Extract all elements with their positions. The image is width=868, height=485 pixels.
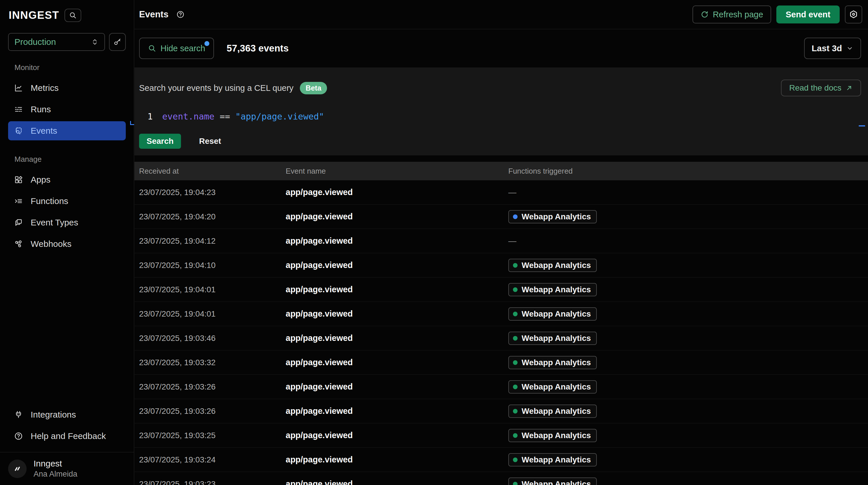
- function-status-dot: [513, 409, 518, 413]
- sidebar-item-event-types[interactable]: Event Types: [8, 213, 126, 232]
- function-badge[interactable]: Webapp Analytics: [508, 478, 597, 485]
- function-badge[interactable]: Webapp Analytics: [508, 332, 597, 345]
- events-table: Received at Event name Functions trigger…: [134, 162, 868, 485]
- table-row[interactable]: 23/07/2025, 19:03:32 app/page.viewed Web…: [134, 350, 868, 375]
- cell-event-name: app/page.viewed: [286, 406, 508, 416]
- cell-functions: —: [508, 236, 868, 246]
- function-badge[interactable]: Webapp Analytics: [508, 283, 597, 296]
- function-badge[interactable]: Webapp Analytics: [508, 259, 597, 272]
- external-link-icon: [845, 84, 853, 92]
- page-title: Events: [139, 9, 168, 20]
- sidebar-item-runs[interactable]: Runs: [8, 100, 126, 119]
- table-row[interactable]: 23/07/2025, 19:03:24 app/page.viewed Web…: [134, 448, 868, 472]
- function-badge[interactable]: Webapp Analytics: [508, 429, 597, 442]
- sidebar-nav-monitor: Metrics Runs Events: [0, 76, 134, 143]
- function-status-dot: [513, 457, 518, 462]
- table-row[interactable]: 23/07/2025, 19:04:10 app/page.viewed Web…: [134, 253, 868, 278]
- code-token-string: "app/page.viewed": [235, 111, 324, 121]
- table-row[interactable]: 23/07/2025, 19:03:25 app/page.viewed Web…: [134, 423, 868, 448]
- send-event-button[interactable]: Send event: [776, 5, 840, 23]
- hide-search-button[interactable]: Hide search: [139, 38, 214, 59]
- cell-received-at: 23/07/2025, 19:03:23: [139, 480, 286, 485]
- chevron-down-icon: [846, 45, 854, 52]
- runs-list-icon: [14, 105, 23, 114]
- sidebar-item-apps[interactable]: Apps: [8, 170, 126, 189]
- sidebar-item-help[interactable]: Help and Feedback: [8, 427, 126, 446]
- sidebar-item-metrics[interactable]: Metrics: [8, 79, 126, 97]
- profile-user-name: Ana Almeida: [34, 470, 78, 479]
- function-status-dot: [513, 482, 518, 485]
- table-row[interactable]: 23/07/2025, 19:04:01 app/page.viewed Web…: [134, 278, 868, 302]
- cell-received-at: 23/07/2025, 19:04:20: [139, 212, 286, 221]
- cell-event-name: app/page.viewed: [286, 382, 508, 392]
- event-keys-button[interactable]: [109, 33, 126, 51]
- avatar: [8, 459, 27, 478]
- sidebar-item-label: Event Types: [31, 218, 79, 227]
- refresh-page-button[interactable]: Refresh page: [692, 5, 771, 23]
- function-badge-label: Webapp Analytics: [522, 285, 591, 294]
- table-row[interactable]: 23/07/2025, 19:03:26 app/page.viewed Web…: [134, 375, 868, 399]
- sidebar-item-events[interactable]: Events: [8, 121, 126, 140]
- cell-received-at: 23/07/2025, 19:03:32: [139, 358, 286, 367]
- table-row[interactable]: 23/07/2025, 19:03:23 app/page.viewed Web…: [134, 472, 868, 485]
- function-badge[interactable]: Webapp Analytics: [508, 307, 597, 321]
- function-status-dot: [513, 433, 518, 438]
- cell-functions: Webapp Analytics: [508, 429, 868, 442]
- function-badge-label: Webapp Analytics: [522, 455, 591, 464]
- sidebar-item-functions[interactable]: Functions: [8, 192, 126, 211]
- function-badge[interactable]: Webapp Analytics: [508, 380, 597, 394]
- table-row[interactable]: 23/07/2025, 19:04:20 app/page.viewed Web…: [134, 205, 868, 229]
- webhook-nodes-icon: [14, 239, 23, 249]
- function-badge[interactable]: Webapp Analytics: [508, 356, 597, 369]
- sidebar-item-label: Integrations: [31, 410, 76, 420]
- read-docs-label: Read the docs: [789, 83, 841, 93]
- cell-received-at: 23/07/2025, 19:03:46: [139, 334, 286, 343]
- table-row[interactable]: 23/07/2025, 19:03:26 app/page.viewed Web…: [134, 399, 868, 423]
- function-badge-label: Webapp Analytics: [522, 309, 591, 319]
- table-row[interactable]: 23/07/2025, 19:04:01 app/page.viewed Web…: [134, 302, 868, 326]
- column-header-functions-triggered: Functions triggered: [508, 167, 868, 176]
- function-status-dot: [513, 336, 518, 341]
- function-badge[interactable]: Webapp Analytics: [508, 453, 597, 466]
- profile-org-name: Inngest: [34, 459, 78, 468]
- search-icon: [148, 44, 156, 53]
- sidebar-nav-manage: Apps Functions Event Types Webhooks: [0, 168, 134, 256]
- function-status-dot: [513, 215, 518, 219]
- function-badge[interactable]: Webapp Analytics: [508, 210, 597, 223]
- code-token-operator: ==: [215, 111, 235, 121]
- cel-query-editor[interactable]: 1 event.name == "app/page.viewed": [139, 111, 861, 121]
- reset-button[interactable]: Reset: [199, 137, 221, 146]
- environment-select[interactable]: Production: [8, 33, 105, 51]
- table-row[interactable]: 23/07/2025, 19:04:23 app/page.viewed —: [134, 180, 868, 205]
- editor-focus-corner: [130, 121, 134, 125]
- time-range-value: Last 3d: [812, 44, 842, 53]
- function-badge[interactable]: Webapp Analytics: [508, 404, 597, 418]
- function-badge-label: Webapp Analytics: [522, 334, 591, 343]
- beta-badge: Beta: [300, 82, 327, 94]
- table-row[interactable]: 23/07/2025, 19:03:46 app/page.viewed Web…: [134, 326, 868, 350]
- time-range-select[interactable]: Last 3d: [804, 38, 861, 59]
- table-row[interactable]: 23/07/2025, 19:04:12 app/page.viewed —: [134, 229, 868, 253]
- cell-functions: Webapp Analytics: [508, 356, 868, 369]
- sidebar-item-label: Help and Feedback: [31, 431, 106, 441]
- cell-received-at: 23/07/2025, 19:04:23: [139, 188, 286, 197]
- function-list-icon: [14, 197, 23, 206]
- column-header-received-at: Received at: [139, 167, 286, 176]
- global-search-button[interactable]: [64, 9, 81, 22]
- cell-received-at: 23/07/2025, 19:04:01: [139, 285, 286, 294]
- settings-button[interactable]: [845, 5, 862, 23]
- gear-icon: [849, 10, 858, 19]
- cell-event-name: app/page.viewed: [286, 479, 508, 485]
- cell-received-at: 23/07/2025, 19:03:25: [139, 431, 286, 440]
- event-search-icon: [14, 126, 23, 136]
- code-token-property: event.name: [162, 111, 215, 121]
- profile-menu[interactable]: Inngest Ana Almeida: [0, 452, 134, 485]
- shapes-grid-icon: [14, 175, 23, 184]
- sidebar-item-label: Runs: [31, 105, 51, 114]
- function-status-dot: [513, 263, 518, 268]
- search-button[interactable]: Search: [139, 134, 181, 149]
- read-docs-button[interactable]: Read the docs: [781, 80, 861, 96]
- sidebar-item-integrations[interactable]: Integrations: [8, 405, 126, 424]
- sidebar-item-webhooks[interactable]: Webhooks: [8, 234, 126, 254]
- page-help-icon[interactable]: [176, 10, 185, 19]
